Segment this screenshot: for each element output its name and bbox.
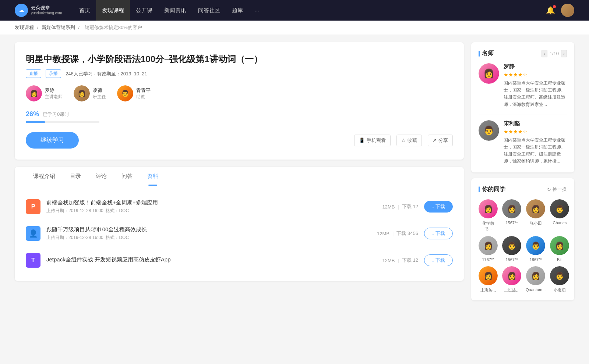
prev-teacher-button[interactable]: ‹ bbox=[542, 50, 547, 57]
classmates-panel: 你的同学 ↻ 换一换 👩 化学教书... 👩 1567** bbox=[471, 178, 574, 300]
action-buttons: 📱 手机观看 ☆ 收藏 ↗ 分享 bbox=[354, 135, 453, 146]
progress-section: 26% 已学习0课时 bbox=[26, 110, 453, 123]
tabs-section: 课程介绍 目录 评论 问答 资料 P 前端全栈加强版！前端全栈+全周期+多端应用… bbox=[15, 167, 464, 281]
breadcrumb-link-2[interactable]: 新媒体营销系列 bbox=[42, 25, 75, 30]
classmate-11[interactable]: 👨 小宝贝 bbox=[550, 266, 569, 293]
classmate-avatar-4: 👩 bbox=[479, 236, 498, 255]
file-name-2: Jetpack全组件实战 开发短视频应用高仿皮皮虾App bbox=[46, 256, 376, 263]
file-item-1: 👤 跟随千万级项目从0到100全过程高效成长 上传日期：2019-12-28 1… bbox=[26, 220, 453, 247]
nav-qa[interactable]: 问答社区 bbox=[192, 0, 226, 21]
classmate-name-2: 张小田 bbox=[530, 221, 542, 226]
user-avatar[interactable] bbox=[561, 4, 574, 17]
favorite-button[interactable]: ☆ 收藏 bbox=[396, 135, 422, 146]
classmate-name-11: 小宝贝 bbox=[554, 288, 566, 293]
teacher-profile-info-1: 宋利坚 ★★★★☆ 国内某重点大学安全工程专业硕士，国家一级注册消防工程师、注册… bbox=[504, 120, 567, 165]
classmate-avatar-5: 👨 bbox=[502, 236, 521, 255]
nav-more[interactable]: ··· bbox=[249, 0, 265, 21]
progress-percent: 26% bbox=[26, 110, 39, 118]
classmate-7[interactable]: 👩 Bill bbox=[550, 236, 569, 262]
classmate-avatar-10: 👩 bbox=[526, 266, 545, 285]
classmate-name-8: 上班族... bbox=[480, 288, 496, 293]
course-title: 明星中教授课，小学阶段语法100分–强化级第1讲动词（一） bbox=[26, 53, 453, 65]
file-meta-0: 上传日期：2019-12-28 16:00 格式：DOC bbox=[46, 208, 376, 214]
tab-qa[interactable]: 问答 bbox=[114, 167, 140, 186]
file-info-1: 跟随千万级项目从0到100全过程高效成长 上传日期：2019-12-28 16:… bbox=[46, 226, 371, 241]
teachers-panel-title: 名师 bbox=[479, 50, 494, 57]
nav-discover[interactable]: 发现课程 bbox=[96, 0, 130, 21]
mobile-view-button[interactable]: 📱 手机观看 bbox=[354, 135, 391, 146]
classmate-name-10: Quantum... bbox=[526, 288, 546, 292]
classmate-10[interactable]: 👩 Quantum... bbox=[526, 266, 546, 293]
classmate-4[interactable]: 👩 1767** bbox=[479, 236, 498, 262]
badge-record: 录播 bbox=[46, 69, 61, 78]
right-panel: 名师 ‹ 1/10 › 👩 罗静 ★★★★☆ 国内某重点大学安全工程专业硕士 bbox=[471, 42, 574, 306]
nav-news[interactable]: 新闻资讯 bbox=[158, 0, 192, 21]
download-button-2[interactable]: ↓ 下载 bbox=[424, 254, 453, 266]
course-meta: 直播 录播 246人已学习 · 有效期至：2019–10–21 bbox=[26, 69, 453, 78]
teachers-panel: 名师 ‹ 1/10 › 👩 罗静 ★★★★☆ 国内某重点大学安全工程专业硕士 bbox=[471, 42, 574, 172]
main-content: 明星中教授课，小学阶段语法100分–强化级第1讲动词（一） 直播 录播 246人… bbox=[0, 35, 589, 314]
continue-button[interactable]: 继续学习 bbox=[26, 132, 79, 149]
classmate-avatar-3: 👨 bbox=[550, 199, 569, 218]
breadcrumb-link-1[interactable]: 发现课程 bbox=[15, 25, 34, 30]
tab-intro[interactable]: 课程介绍 bbox=[26, 167, 63, 186]
file-stats-0: 12MB | 下载 12 bbox=[382, 203, 418, 210]
teachers-panel-header: 名师 ‹ 1/10 › bbox=[479, 50, 567, 57]
file-item-2: T Jetpack全组件实战 开发短视频应用高仿皮皮虾App 12MB | 下载… bbox=[26, 247, 453, 274]
classmate-name-9: 上班族... bbox=[504, 288, 519, 293]
notification-dot bbox=[553, 5, 556, 8]
teacher-1-name: 凌荷 bbox=[93, 87, 106, 94]
teachers-panel-nav: ‹ 1/10 › bbox=[542, 50, 567, 57]
nav-items: 首页 发现课程 公开课 新闻资讯 问答社区 题库 ··· bbox=[73, 0, 546, 21]
download-button-0[interactable]: ↓ 下载 bbox=[424, 201, 453, 213]
teacher-2-role: 助教 bbox=[136, 94, 151, 100]
classmate-5[interactable]: 👨 1567** bbox=[502, 236, 521, 262]
left-panel: 明星中教授课，小学阶段语法100分–强化级第1讲动词（一） 直播 录播 246人… bbox=[15, 42, 464, 306]
notification-bell[interactable]: 🔔 bbox=[546, 6, 555, 15]
nav-public[interactable]: 公开课 bbox=[130, 0, 158, 21]
tab-review[interactable]: 评论 bbox=[88, 167, 114, 186]
classmate-name-0: 化学教书... bbox=[479, 221, 498, 232]
nav-right: 🔔 bbox=[546, 4, 574, 17]
classmate-9[interactable]: 👩 上班族... bbox=[502, 266, 521, 293]
classmate-avatar-2: 👩 bbox=[526, 199, 545, 218]
teacher-profile-name-0: 罗静 bbox=[504, 63, 567, 70]
teacher-0-name: 罗静 bbox=[45, 87, 63, 94]
tab-catalog[interactable]: 目录 bbox=[63, 167, 88, 186]
tab-materials[interactable]: 资料 bbox=[140, 167, 166, 186]
share-icon: ↗ bbox=[433, 138, 437, 143]
teacher-0-avatar: 👩 bbox=[26, 85, 42, 101]
nav-home[interactable]: 首页 bbox=[73, 0, 96, 21]
file-icon-2: T bbox=[26, 253, 40, 268]
classmates-title: 你的同学 bbox=[479, 186, 505, 193]
teacher-desc-1: 国内某重点大学安全工程专业硕士，国家一级注册消防工程师、注册安全工程师、级注册建… bbox=[504, 137, 567, 165]
teacher-stars-0: ★★★★☆ bbox=[504, 72, 567, 78]
refresh-button[interactable]: ↻ 换一换 bbox=[547, 186, 567, 193]
teacher-2-name: 青青平 bbox=[136, 87, 151, 94]
teacher-profile-info-0: 罗静 ★★★★☆ 国内某重点大学安全工程专业硕士，国家一级注册消防工程师、注册安… bbox=[504, 63, 567, 108]
classmate-3[interactable]: 👨 Charles bbox=[550, 199, 569, 232]
teacher-1-role: 班主任 bbox=[93, 94, 106, 100]
teacher-page: 1/10 bbox=[550, 51, 559, 56]
classmate-2[interactable]: 👩 张小田 bbox=[526, 199, 546, 232]
teacher-1: 👩 凌荷 班主任 bbox=[74, 85, 106, 101]
download-button-1[interactable]: ↓ 下载 bbox=[424, 228, 453, 239]
breadcrumb: 发现课程 / 新媒体营销系列 / 销冠修炼术搞定80%的客户 bbox=[0, 21, 589, 35]
classmate-0[interactable]: 👩 化学教书... bbox=[479, 199, 498, 232]
classmate-6[interactable]: 👨 1867** bbox=[526, 236, 546, 262]
teacher-profile-name-1: 宋利坚 bbox=[504, 120, 567, 127]
badge-live: 直播 bbox=[26, 69, 41, 78]
classmate-8[interactable]: 👩 上班族... bbox=[479, 266, 498, 293]
share-button[interactable]: ↗ 分享 bbox=[428, 135, 453, 146]
teacher-stars-1: ★★★★☆ bbox=[504, 129, 567, 135]
classmate-1[interactable]: 👩 1567** bbox=[502, 199, 521, 232]
classmate-name-7: Bill bbox=[557, 257, 562, 262]
nav-quiz[interactable]: 题库 bbox=[226, 0, 249, 21]
classmate-avatar-8: 👩 bbox=[479, 266, 498, 285]
next-teacher-button[interactable]: › bbox=[561, 50, 567, 57]
logo[interactable]: ☁ 云朵课堂 yunduoketang.com bbox=[15, 4, 62, 17]
teacher-1-avatar: 👩 bbox=[74, 85, 90, 101]
tabs-content: P 前端全栈加强版！前端全栈+全周期+多端应用 上传日期：2019-12-28 … bbox=[26, 186, 453, 281]
file-info-0: 前端全栈加强版！前端全栈+全周期+多端应用 上传日期：2019-12-28 16… bbox=[46, 199, 376, 214]
file-name-1: 跟随千万级项目从0到100全过程高效成长 bbox=[46, 226, 371, 233]
